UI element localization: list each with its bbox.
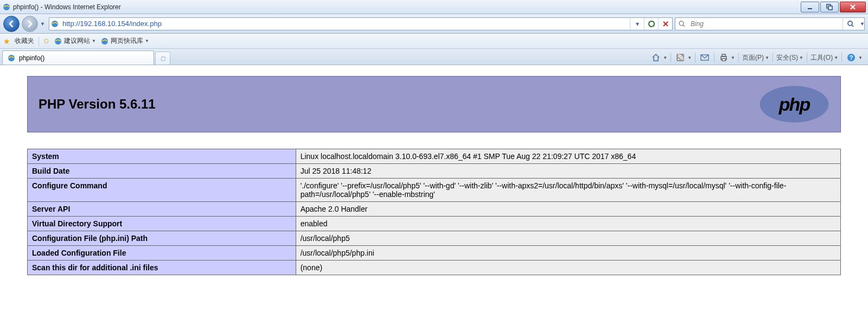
svg-point-11 <box>678 59 680 60</box>
suggested-sites-label: 建议网站 <box>64 36 90 46</box>
star-icon[interactable]: ★ <box>3 37 10 46</box>
forward-button[interactable] <box>22 16 38 32</box>
ie-icon <box>7 54 16 62</box>
close-button[interactable] <box>840 2 866 12</box>
mail-button[interactable] <box>699 53 711 62</box>
home-dropdown[interactable]: ▼ <box>663 55 667 60</box>
search-input[interactable] <box>688 19 843 29</box>
favorites-bar: ★ 收藏夹 ✩ 建议网站 ▼ 网页快讯库 ▼ <box>0 34 868 49</box>
chevron-down-icon: ▼ <box>92 39 96 43</box>
window-title: phpinfo() - Windows Internet Explorer <box>13 3 121 11</box>
rss-dropdown[interactable]: ▼ <box>687 55 692 60</box>
safety-menu[interactable]: 安全(S) ▼ <box>776 53 803 62</box>
svg-point-5 <box>679 21 684 26</box>
page-icon <box>49 20 60 28</box>
search-dropdown[interactable]: ▼ <box>858 21 864 27</box>
address-dropdown[interactable]: ▾ <box>630 18 644 30</box>
web-slice-label: 网页快讯库 <box>111 36 143 46</box>
ie-icon <box>2 3 11 11</box>
svg-text:?: ? <box>850 54 853 61</box>
page-menu[interactable]: 页面(P) ▼ <box>742 53 769 62</box>
tab-phpinfo[interactable]: phpinfo() <box>2 50 154 65</box>
back-button[interactable] <box>3 16 20 32</box>
web-slice-link[interactable]: 网页快讯库 ▼ <box>100 36 149 46</box>
page-menu-label: 页面(P) <box>742 53 764 62</box>
rss-button[interactable] <box>674 52 686 63</box>
help-dropdown[interactable]: ▼ <box>858 55 863 60</box>
print-dropdown[interactable]: ▼ <box>731 55 735 60</box>
command-bar: ▼ ▼ ▼ 页面(P) ▼ 安全(S) ▼ 工具(O) ▼ ? <box>650 52 866 65</box>
favorites-label[interactable]: 收藏夹 <box>15 36 34 46</box>
stop-button[interactable] <box>658 18 672 30</box>
tools-menu[interactable]: 工具(O) ▼ <box>810 53 838 62</box>
window-titlebar: phpinfo() - Windows Internet Explorer <box>0 0 868 14</box>
search-provider-icon[interactable] <box>675 20 688 28</box>
ie-icon <box>100 37 109 46</box>
svg-rect-3 <box>828 6 832 10</box>
suggested-sites-link[interactable]: 建议网站 ▼ <box>54 36 96 46</box>
history-dropdown[interactable]: ▼ <box>40 21 47 27</box>
svg-rect-1 <box>808 8 812 9</box>
help-button[interactable]: ? <box>845 52 857 63</box>
navigation-bar: ▼ ▾ ▼ <box>0 14 868 34</box>
refresh-button[interactable] <box>644 18 658 30</box>
safety-menu-label: 安全(S) <box>776 53 798 62</box>
tools-menu-label: 工具(O) <box>810 53 833 62</box>
tab-title: phpinfo() <box>19 54 44 62</box>
chevron-down-icon: ▼ <box>145 39 149 43</box>
address-bar: ▾ <box>49 17 673 30</box>
minimize-button[interactable] <box>801 2 819 12</box>
svg-point-6 <box>848 21 852 26</box>
add-favorite-icon[interactable]: ✩ <box>43 37 49 45</box>
search-bar: ▼ <box>675 17 865 30</box>
home-button[interactable] <box>650 52 662 63</box>
chevron-down-icon: ▼ <box>834 55 838 60</box>
maximize-button[interactable] <box>820 2 839 12</box>
svg-rect-15 <box>722 59 725 61</box>
search-button[interactable] <box>843 18 858 30</box>
chevron-down-icon: ▼ <box>765 55 769 60</box>
new-tab-button[interactable]: ▢ <box>155 52 170 65</box>
svg-rect-14 <box>722 54 725 56</box>
url-input[interactable] <box>60 18 630 29</box>
print-button[interactable] <box>718 52 730 63</box>
ie-icon <box>54 37 62 46</box>
tab-bar: phpinfo() ▢ ▼ ▼ ▼ 页面(P) ▼ 安全(S) ▼ <box>0 49 868 65</box>
chevron-down-icon: ▼ <box>799 55 803 60</box>
